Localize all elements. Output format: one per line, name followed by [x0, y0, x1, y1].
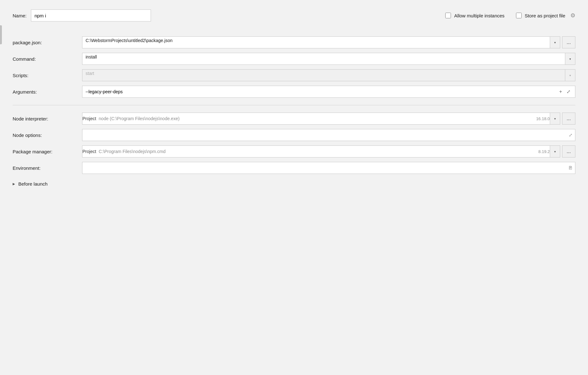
checkboxes-group: Allow multiple instances Store as projec… [445, 12, 575, 19]
pkg-version: 8.19.2 [538, 149, 550, 154]
command-arrow-icon: ▾ [569, 57, 571, 61]
command-label: Command: [13, 56, 82, 62]
plus-icon: + [559, 89, 562, 95]
pkg-manager-text: Project C:\Program Files\nodejs\npm.cmd … [82, 146, 550, 157]
form-section: package.json: C:\WebstormProjects\untitl… [13, 34, 575, 188]
scripts-arrow-icon: ▾ [569, 74, 571, 77]
node-project-label: Project [82, 116, 96, 121]
node-interpreter-browse-btn[interactable]: ... [562, 113, 575, 125]
store-project-label: Store as project file [525, 13, 565, 18]
package-json-browse-btn[interactable]: ... [562, 36, 575, 48]
scripts-field: start ▾ [82, 69, 575, 81]
node-options-row: Node options: ⤢ [13, 127, 575, 143]
package-json-value: C:\WebstormProjects\untitled2\package.js… [82, 37, 550, 48]
scripts-row: Scripts: start ▾ [13, 67, 575, 83]
before-launch-row: ▶ Before launch [13, 176, 575, 188]
allow-multiple-label: Allow multiple instances [454, 13, 504, 18]
store-project-checkbox-item[interactable]: Store as project file ⚙ [516, 12, 575, 19]
main-container: Name: Allow multiple instances Store as … [0, 0, 588, 375]
node-options-expand-btn[interactable]: ⤢ [566, 131, 575, 139]
node-options-input[interactable] [82, 131, 566, 139]
arguments-row: Arguments: + ⤢ [13, 83, 575, 100]
pkg-path: C:\Program Files\nodejs\npm.cmd [99, 149, 536, 154]
node-arrow-icon: ▾ [554, 117, 556, 120]
node-interpreter-dropdown-btn[interactable]: ▾ [550, 113, 560, 124]
package-manager-dropdown-btn[interactable]: ▾ [550, 146, 560, 157]
node-path: node (C:\Program Files\nodejs\node.exe) [99, 116, 534, 121]
store-project-checkbox[interactable] [516, 13, 522, 18]
environment-label: Environment: [13, 165, 82, 171]
node-options-label: Node options: [13, 132, 82, 138]
command-value: install [82, 53, 565, 65]
package-json-label: package.json: [13, 40, 82, 45]
node-options-field: ⤢ [82, 129, 575, 141]
arguments-label: Arguments: [13, 89, 82, 95]
allow-multiple-checkbox[interactable] [445, 13, 451, 18]
package-manager-control: Project C:\Program Files\nodejs\npm.cmd … [82, 145, 575, 157]
name-input[interactable] [31, 9, 151, 22]
package-json-field: C:\WebstormProjects\untitled2\package.js… [82, 36, 560, 48]
scripts-dropdown-btn[interactable]: ▾ [565, 70, 575, 81]
command-dropdown-btn[interactable]: ▾ [565, 53, 575, 65]
environment-doc-btn[interactable]: 🖹 [566, 164, 575, 172]
document-icon: 🖹 [568, 165, 573, 170]
node-version: 16.18.0 [536, 116, 550, 121]
name-group: Name: [13, 9, 151, 22]
node-interpreter-row: Node interpreter: Project node (C:\Progr… [13, 110, 575, 127]
environment-field: 🖹 [82, 162, 575, 174]
pkg-arrow-icon: ▾ [554, 150, 556, 153]
command-field: install ▾ [82, 53, 575, 65]
arguments-expand-btn[interactable]: ⤢ [565, 88, 572, 95]
scripts-label: Scripts: [13, 73, 82, 78]
interpreter-text: Project node (C:\Program Files\nodejs\no… [82, 113, 550, 124]
node-interpreter-control: Project node (C:\Program Files\nodejs\no… [82, 113, 575, 125]
package-json-dropdown-btn[interactable]: ▾ [550, 37, 560, 48]
scripts-placeholder: start [82, 70, 565, 81]
package-json-row: package.json: C:\WebstormProjects\untitl… [13, 34, 575, 51]
name-label: Name: [13, 13, 27, 18]
package-manager-row: Package manager: Project C:\Program File… [13, 143, 575, 160]
environment-input[interactable] [82, 164, 566, 172]
triangle-right-icon[interactable]: ▶ [13, 182, 15, 186]
node-interpreter-label: Node interpreter: [13, 116, 82, 121]
arguments-control: + ⤢ [82, 86, 575, 98]
package-manager-browse-btn[interactable]: ... [562, 145, 575, 157]
node-options-control: ⤢ [82, 129, 575, 141]
environment-control: 🖹 [82, 162, 575, 174]
environment-row: Environment: 🖹 [13, 160, 575, 176]
package-manager-label: Package manager: [13, 149, 82, 154]
command-row: Command: install ▾ [13, 51, 575, 67]
node-interpreter-field: Project node (C:\Program Files\nodejs\no… [82, 113, 560, 125]
package-json-control: C:\WebstormProjects\untitled2\package.js… [82, 36, 575, 48]
arguments-icons: + ⤢ [558, 88, 575, 95]
arguments-add-btn[interactable]: + [558, 88, 563, 95]
command-control: install ▾ [82, 53, 575, 65]
separator [13, 105, 575, 105]
gear-icon[interactable]: ⚙ [570, 12, 575, 19]
scripts-control: start ▾ [82, 69, 575, 81]
expand-icon: ⤢ [567, 89, 571, 95]
pkg-project-label: Project [82, 149, 96, 154]
left-edge-indicator [0, 25, 2, 44]
package-manager-field: Project C:\Program Files\nodejs\npm.cmd … [82, 145, 560, 157]
before-launch-label: Before launch [18, 181, 48, 187]
node-options-expand-icon: ⤢ [569, 132, 573, 138]
allow-multiple-checkbox-item[interactable]: Allow multiple instances [445, 13, 504, 18]
dropdown-arrow-icon: ▾ [554, 41, 556, 44]
arguments-input[interactable] [82, 88, 558, 95]
top-row: Name: Allow multiple instances Store as … [13, 9, 575, 22]
arguments-field: + ⤢ [82, 86, 575, 98]
